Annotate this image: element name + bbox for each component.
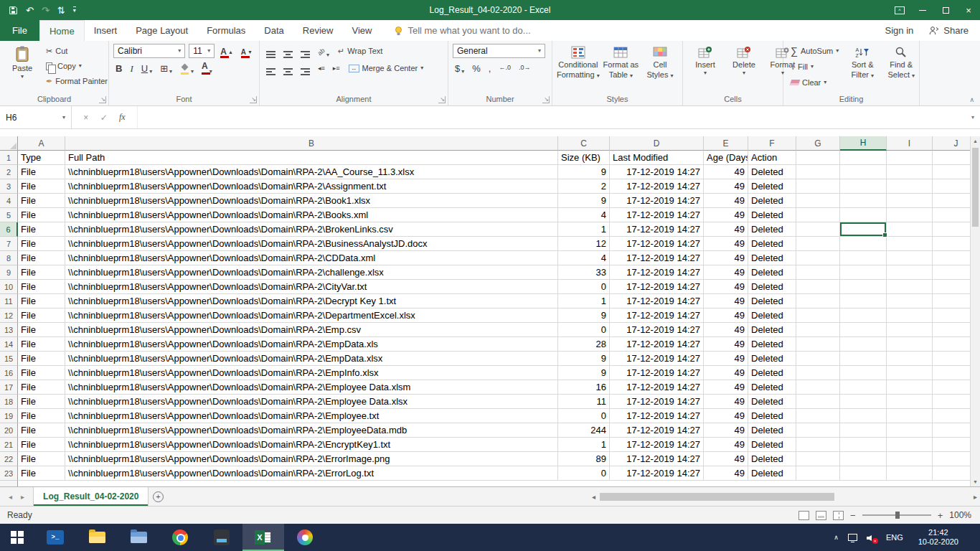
cell-F11[interactable]: Deleted (748, 294, 796, 309)
zoom-in-button[interactable]: + (938, 510, 943, 521)
align-middle-button[interactable] (281, 44, 295, 58)
cell-F20[interactable]: Deleted (748, 423, 796, 438)
cell-B1[interactable]: Full Path (65, 151, 558, 165)
enter-formula-button[interactable]: ✓ (100, 113, 108, 123)
cell-H7[interactable] (840, 237, 887, 251)
scroll-right-icon[interactable]: ▸ (974, 493, 977, 501)
fill-color-button[interactable]: ▾ (178, 61, 196, 75)
undo-button[interactable]: ↶ (26, 6, 34, 15)
cell-I8[interactable] (887, 251, 933, 265)
horizontal-scrollbar[interactable]: ◂ ▸ (589, 487, 980, 506)
cell-F10[interactable]: Deleted (748, 280, 796, 294)
cell-F14[interactable]: Deleted (748, 337, 796, 352)
cell-A23[interactable]: File (18, 466, 65, 481)
cell-F23[interactable]: Deleted (748, 466, 796, 481)
cell-I20[interactable] (887, 423, 933, 438)
cell-B23[interactable]: \\chninblueprm18\users\Appowner\Download… (65, 466, 558, 481)
cell-C3[interactable]: 2 (558, 179, 610, 194)
row-header-20[interactable]: 20 (0, 423, 18, 438)
cell-F13[interactable]: Deleted (748, 323, 796, 337)
cell-H18[interactable] (840, 395, 887, 409)
align-right-button[interactable] (298, 62, 312, 75)
cell-G13[interactable] (796, 323, 840, 337)
cell-A22[interactable]: File (18, 452, 65, 466)
cell-E17[interactable]: 49 (704, 380, 748, 395)
cell-C19[interactable]: 0 (558, 409, 610, 423)
tab-insert[interactable]: Insert (85, 20, 127, 41)
cell-H3[interactable] (840, 179, 887, 194)
cell-A17[interactable]: File (18, 380, 65, 395)
expand-formula-bar-button[interactable]: ▾ (966, 106, 980, 128)
cell-D18[interactable]: 17-12-2019 14:27 (610, 395, 704, 409)
row-header-9[interactable]: 9 (0, 265, 18, 280)
copy-button[interactable]: Copy▾ (43, 59, 110, 73)
cell-D14[interactable]: 17-12-2019 14:27 (610, 337, 704, 352)
cell-D12[interactable]: 17-12-2019 14:27 (610, 309, 704, 323)
cell-C1[interactable]: Size (KB) (558, 151, 610, 165)
zoom-level-label[interactable]: 100% (949, 510, 971, 520)
cell-D19[interactable]: 17-12-2019 14:27 (610, 409, 704, 423)
row-header-2[interactable]: 2 (0, 165, 18, 179)
cell-B21[interactable]: \\chninblueprm18\users\Appowner\Download… (65, 438, 558, 452)
taskbar-excel-button[interactable]: X (242, 524, 284, 551)
language-indicator[interactable]: ENG (886, 533, 903, 542)
row-header-23[interactable]: 23 (0, 466, 18, 481)
decrease-decimal-button[interactable]: .0→ (517, 61, 533, 75)
cell-F1[interactable]: Action (748, 151, 796, 165)
cell-I4[interactable] (887, 194, 933, 208)
cell-D22[interactable]: 17-12-2019 14:27 (610, 452, 704, 466)
cell-I15[interactable] (887, 352, 933, 366)
insert-function-button[interactable]: fx (119, 112, 126, 123)
sort-filter-button[interactable]: AZ Sort & Filter ▾ (844, 44, 880, 81)
cell-H9[interactable] (840, 265, 887, 280)
cell-C9[interactable]: 33 (558, 265, 610, 280)
number-format-select[interactable]: General▾ (453, 44, 545, 58)
taskbar-clock[interactable]: 21:42 10-02-2020 (913, 528, 964, 547)
row-header-15[interactable]: 15 (0, 352, 18, 366)
cell-F16[interactable]: Deleted (748, 366, 796, 380)
select-all-corner[interactable] (0, 136, 18, 151)
cell-E7[interactable]: 49 (704, 237, 748, 251)
cell-B14[interactable]: \\chninblueprm18\users\Appowner\Download… (65, 337, 558, 352)
cell-B22[interactable]: \\chninblueprm18\users\Appowner\Download… (65, 452, 558, 466)
cell-A19[interactable]: File (18, 409, 65, 423)
cell-A18[interactable]: File (18, 395, 65, 409)
cell-F21[interactable]: Deleted (748, 438, 796, 452)
cell-styles-button[interactable]: Cell Styles ▾ (642, 44, 678, 81)
cell-C15[interactable]: 9 (558, 352, 610, 366)
cell-H19[interactable] (840, 409, 887, 423)
cell-E19[interactable]: 49 (704, 409, 748, 423)
cell-E13[interactable]: 49 (704, 323, 748, 337)
cell-C12[interactable]: 9 (558, 309, 610, 323)
cell-E9[interactable]: 49 (704, 265, 748, 280)
cell-D23[interactable]: 17-12-2019 14:27 (610, 466, 704, 481)
cell-F22[interactable]: Deleted (748, 452, 796, 466)
tab-data[interactable]: Data (255, 20, 293, 41)
cell-G11[interactable] (796, 294, 840, 309)
insert-cells-button[interactable]: Insert ▾ (687, 44, 723, 78)
cell-G16[interactable] (796, 366, 840, 380)
cancel-formula-button[interactable]: × (83, 113, 88, 123)
row-header-16[interactable]: 16 (0, 366, 18, 380)
cell-C22[interactable]: 89 (558, 452, 610, 466)
cell-G6[interactable] (796, 222, 840, 237)
taskbar-folder-button[interactable] (118, 524, 159, 551)
cell-B13[interactable]: \\chninblueprm18\users\Appowner\Download… (65, 323, 558, 337)
cell-D2[interactable]: 17-12-2019 14:27 (610, 165, 704, 179)
cell-I5[interactable] (887, 208, 933, 222)
cell-G7[interactable] (796, 237, 840, 251)
cell-E3[interactable]: 49 (704, 179, 748, 194)
cell-I17[interactable] (887, 380, 933, 395)
save-button[interactable] (9, 6, 18, 15)
cell-G18[interactable] (796, 395, 840, 409)
column-header-F[interactable]: F (748, 136, 796, 151)
cell-A11[interactable]: File (18, 294, 65, 309)
cell-D16[interactable]: 17-12-2019 14:27 (610, 366, 704, 380)
page-break-view-button[interactable] (833, 511, 844, 520)
cell-C8[interactable]: 4 (558, 251, 610, 265)
cell-B20[interactable]: \\chninblueprm18\users\Appowner\Download… (65, 423, 558, 438)
cell-E15[interactable]: 49 (704, 352, 748, 366)
increase-indent-button[interactable]: ▸≡ (331, 62, 342, 75)
cell-E16[interactable]: 49 (704, 366, 748, 380)
underline-button[interactable]: U▾ (139, 61, 154, 75)
